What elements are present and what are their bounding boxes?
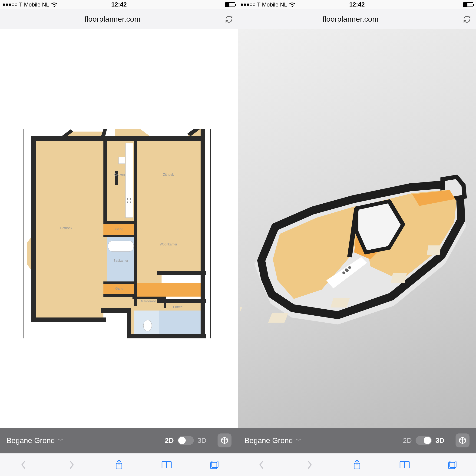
view-switch[interactable]: [178, 436, 194, 445]
battery-icon: [463, 2, 473, 7]
bookmarks-button[interactable]: [155, 458, 178, 472]
share-button[interactable]: [345, 458, 369, 472]
svg-rect-19: [103, 138, 107, 222]
url-text[interactable]: floorplanner.com: [5, 15, 220, 23]
svg-point-35: [143, 320, 152, 331]
battery-icon: [225, 2, 235, 7]
svg-rect-27: [164, 297, 166, 308]
svg-rect-22: [103, 235, 136, 237]
svg-rect-56: [240, 307, 242, 317]
carrier-label: T-Mobile NL: [257, 1, 287, 8]
view-toggle[interactable]: 2D 3D: [165, 436, 206, 445]
label-keuken: Keuken: [114, 173, 125, 176]
toggle-3d-label[interactable]: 3D: [436, 437, 444, 444]
svg-point-31: [127, 202, 128, 203]
safari-url-bar[interactable]: floorplanner.com: [0, 9, 238, 29]
floor-selector[interactable]: Begane Grond ﹀: [244, 436, 301, 445]
signal-strength-icon: [241, 3, 255, 6]
svg-rect-58: [330, 298, 350, 307]
label-gang1: Gang: [115, 227, 123, 231]
floor-label: Begane Grond: [6, 436, 55, 445]
svg-rect-8: [31, 136, 36, 322]
forward-button[interactable]: [298, 458, 321, 472]
screen-3d: T-Mobile NL 12:42 floorplanner.com: [238, 0, 476, 476]
svg-rect-26: [133, 297, 165, 299]
svg-rect-57: [268, 313, 289, 323]
reload-icon[interactable]: [224, 15, 233, 24]
tabs-button[interactable]: [203, 458, 226, 472]
svg-rect-9: [201, 129, 205, 339]
carrier-label: T-Mobile NL: [19, 1, 49, 8]
reload-icon[interactable]: [462, 15, 471, 24]
svg-rect-28: [125, 143, 133, 218]
label-gang2: Gang: [115, 287, 123, 290]
share-button[interactable]: [107, 458, 131, 472]
view-toggle[interactable]: 2D 3D: [403, 436, 444, 445]
signal-strength-icon: [3, 3, 17, 6]
screen-2d: T-Mobile NL 12:42 floorplanner.com: [0, 0, 238, 476]
app-toolbar: Begane Grond ﹀ 2D 3D: [0, 428, 238, 453]
label-woonkamer: Woonkamer: [160, 242, 177, 246]
floorplan-3d[interactable]: [240, 127, 473, 341]
canvas-2d[interactable]: Eethoek Keuken Zithoek Gang Badkamer Woo…: [0, 29, 238, 453]
svg-rect-14: [157, 271, 206, 275]
svg-rect-60: [427, 245, 441, 255]
ios-status-bar: T-Mobile NL 12:42: [0, 0, 238, 9]
floor-selector[interactable]: Begane Grond ﹀: [6, 436, 63, 445]
bookmarks-button[interactable]: [393, 458, 416, 472]
chevron-down-icon: ﹀: [296, 437, 301, 444]
wifi-icon: [51, 2, 57, 7]
svg-point-52: [348, 266, 351, 269]
toggle-3d-label[interactable]: 3D: [198, 437, 206, 444]
safari-bottom-nav: [0, 453, 238, 476]
floorplan-2d[interactable]: Eethoek Keuken Zithoek Gang Badkamer Woo…: [27, 129, 208, 343]
cube-icon[interactable]: [456, 433, 470, 447]
forward-button[interactable]: [60, 458, 83, 472]
svg-rect-13: [101, 308, 131, 313]
back-button[interactable]: [12, 458, 35, 472]
back-button[interactable]: [250, 458, 273, 472]
label-badkamer: Badkamer: [113, 259, 128, 262]
clock: 12:42: [349, 1, 365, 8]
safari-bottom-nav: [238, 453, 476, 476]
wifi-icon: [289, 2, 295, 7]
svg-rect-24: [103, 294, 136, 297]
label-garderobe: Garderobe: [141, 299, 157, 303]
svg-rect-34: [108, 241, 134, 252]
url-text[interactable]: floorplanner.com: [243, 15, 458, 23]
tabs-button[interactable]: [441, 458, 464, 472]
chevron-down-icon: ﹀: [58, 437, 63, 444]
view-switch[interactable]: [416, 436, 432, 445]
svg-point-32: [130, 202, 131, 203]
svg-rect-11: [127, 334, 206, 339]
safari-url-bar[interactable]: floorplanner.com: [238, 9, 476, 29]
svg-rect-33: [119, 157, 125, 164]
label-zithoek: Zithoek: [163, 173, 174, 176]
svg-marker-7: [34, 136, 203, 141]
ios-status-bar: T-Mobile NL 12:42: [238, 0, 476, 9]
label-entree: Entrée: [173, 305, 183, 309]
clock: 12:42: [111, 1, 127, 8]
svg-point-29: [127, 198, 128, 200]
toggle-2d-label[interactable]: 2D: [403, 437, 412, 444]
svg-point-53: [342, 272, 345, 274]
svg-rect-3: [134, 283, 203, 297]
svg-point-30: [130, 198, 131, 200]
svg-rect-59: [391, 273, 407, 283]
floor-label: Begane Grond: [244, 436, 293, 445]
cube-icon[interactable]: [218, 433, 232, 447]
canvas-3d[interactable]: Begane Grond ﹀ 2D 3D: [238, 29, 476, 453]
toggle-2d-label[interactable]: 2D: [165, 437, 174, 444]
svg-point-54: [346, 269, 349, 272]
svg-rect-23: [103, 281, 136, 284]
app-toolbar: Begane Grond ﹀ 2D 3D: [238, 428, 476, 453]
label-eethoek: Eethoek: [60, 226, 72, 230]
svg-rect-10: [31, 318, 106, 322]
svg-rect-21: [103, 221, 136, 224]
